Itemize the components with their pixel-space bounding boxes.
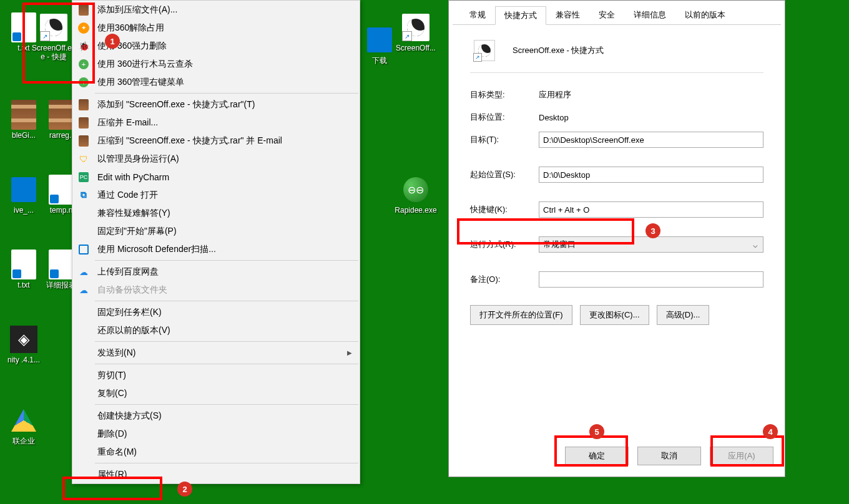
shortcut-key-input[interactable] bbox=[539, 201, 763, 218]
menu-item-label: 压缩到 "ScreenOff.exe - 快捷方式.rar" 并 E-mail bbox=[97, 135, 282, 147]
menu-item-label: 通过 Code 打开 bbox=[97, 190, 158, 201]
rar-icon bbox=[77, 99, 90, 111]
menu-item-22[interactable]: 发送到(N)▶ bbox=[72, 344, 360, 362]
menu-item-label: 使用 360强力删除 bbox=[97, 41, 167, 52]
menu-item-label: 自动备份该文件夹 bbox=[97, 284, 167, 296]
menu-item-12[interactable]: 兼容性疑难解答(Y) bbox=[72, 204, 360, 222]
rar-icon bbox=[77, 135, 90, 147]
desktop-icon-screenoff[interactable]: ScreenOff.exe - 快捷 bbox=[30, 12, 77, 62]
360-icon: ✦ bbox=[77, 22, 90, 34]
green-plus-icon: + bbox=[77, 76, 90, 89]
icon-label: nity .4.1... bbox=[7, 356, 40, 364]
advanced-button[interactable]: 高级(D)... bbox=[657, 305, 710, 325]
menu-item-label: 使用 Microsoft Defender扫描... bbox=[97, 244, 216, 255]
defender-icon bbox=[77, 243, 90, 256]
target-loc-label: 目标位置: bbox=[470, 112, 532, 123]
tab-2[interactable]: 兼容性 bbox=[546, 6, 589, 24]
menu-item-25[interactable]: 复制(C) bbox=[72, 384, 360, 402]
comment-label: 备注(O): bbox=[470, 274, 532, 285]
menu-item-14[interactable]: 使用 Microsoft Defender扫描... bbox=[72, 240, 360, 258]
vscode-icon: ⧉ bbox=[77, 189, 90, 201]
menu-item-24[interactable]: 剪切(T) bbox=[72, 366, 360, 384]
run-select[interactable]: 常规窗口 bbox=[539, 236, 763, 253]
menu-item-19[interactable]: 固定到任务栏(K) bbox=[72, 303, 360, 321]
tab-3[interactable]: 安全 bbox=[589, 6, 624, 24]
submenu-arrow-icon: ▶ bbox=[347, 349, 352, 356]
menu-item-label: 发送到(N) bbox=[97, 347, 135, 359]
target-type-label: 目标类型: bbox=[470, 89, 532, 100]
target-type-value: 应用程序 bbox=[539, 89, 763, 100]
icon-label: rarreg.l bbox=[49, 131, 73, 140]
menu-item-label: 属性(R) bbox=[97, 469, 127, 480]
target-label: 目标(T): bbox=[470, 134, 532, 145]
menu-item-label: 固定到"开始"屏幕(P) bbox=[97, 226, 177, 237]
menu-item-label: 兼容性疑难解答(Y) bbox=[97, 208, 170, 219]
desktop-icon-gdrive[interactable]: 联企业 bbox=[0, 405, 47, 445]
icon-label: temp.n bbox=[50, 206, 73, 215]
desktop-icon-screenoff2[interactable]: ScreenOff... bbox=[392, 12, 439, 52]
icon-label: bleGi... bbox=[12, 131, 36, 140]
context-menu: 添加到压缩文件(A)...✦使用360解除占用🐞使用 360强力删除+使用 36… bbox=[72, 0, 360, 484]
tab-4[interactable]: 详细信息 bbox=[624, 6, 675, 24]
shield-icon: 🛡 bbox=[77, 153, 90, 165]
ok-button[interactable]: 确定 bbox=[565, 447, 629, 465]
green-plus-icon: + bbox=[77, 58, 90, 70]
menu-item-label: 使用360解除占用 bbox=[97, 22, 164, 34]
menu-item-8[interactable]: 压缩到 "ScreenOff.exe - 快捷方式.rar" 并 E-mail bbox=[72, 132, 360, 150]
menu-item-label: 使用 360管理右键菜单 bbox=[97, 77, 184, 88]
tab-5[interactable]: 以前的版本 bbox=[675, 6, 735, 24]
desktop-icon-unity[interactable]: ◈nity .4.1... bbox=[0, 324, 47, 364]
menu-item-label: 压缩并 E-mail... bbox=[97, 117, 158, 128]
comment-input[interactable] bbox=[539, 271, 763, 288]
tab-1[interactable]: 快捷方式 bbox=[495, 6, 546, 25]
menu-item-label: 添加到压缩文件(A)... bbox=[97, 4, 177, 16]
menu-item-16[interactable]: ☁上传到百度网盘 bbox=[72, 263, 360, 281]
menu-item-7[interactable]: 压缩并 E-mail... bbox=[72, 114, 360, 132]
menu-item-1[interactable]: ✦使用360解除占用 bbox=[72, 19, 360, 37]
menu-item-31[interactable]: 属性(R) bbox=[72, 465, 360, 483]
change-icon-button[interactable]: 更改图标(C)... bbox=[580, 305, 649, 325]
open-location-button[interactable]: 打开文件所在的位置(F) bbox=[470, 305, 572, 325]
cloud-icon: ☁ bbox=[77, 284, 90, 296]
menu-item-label: 删除(D) bbox=[97, 429, 127, 440]
menu-item-0[interactable]: 添加到压缩文件(A)... bbox=[72, 1, 360, 19]
menu-item-label: 重命名(M) bbox=[97, 447, 137, 458]
menu-item-label: 使用 360进行木马云查杀 bbox=[97, 59, 193, 70]
menu-item-10[interactable]: PCEdit with PyCharm bbox=[72, 168, 360, 186]
menu-item-label: 上传到百度网盘 bbox=[97, 266, 159, 278]
apply-button[interactable]: 应用(A) bbox=[710, 447, 773, 465]
menu-item-label: 固定到任务栏(K) bbox=[97, 307, 162, 318]
icon-label: t.txt bbox=[17, 44, 29, 52]
bug-icon: 🐞 bbox=[77, 40, 90, 52]
tab-0[interactable]: 常规 bbox=[460, 6, 495, 24]
shortcut-icon bbox=[474, 40, 495, 61]
icon-label: ScreenOff.exe - 快捷 bbox=[30, 44, 77, 62]
icon-label: 下载 bbox=[372, 56, 387, 65]
startin-input[interactable] bbox=[539, 167, 763, 183]
icon-label: Rapidee.exe bbox=[395, 206, 436, 215]
menu-item-4[interactable]: +使用 360管理右键菜单 bbox=[72, 73, 360, 91]
menu-item-label: 添加到 "ScreenOff.exe - 快捷方式.rar"(T) bbox=[97, 99, 255, 110]
properties-title: ScreenOff.exe - 快捷方式 bbox=[513, 45, 604, 56]
menu-item-9[interactable]: 🛡以管理员身份运行(A) bbox=[72, 150, 360, 168]
target-loc-value: Desktop bbox=[539, 113, 763, 122]
icon-label: 联企业 bbox=[12, 437, 35, 445]
menu-item-label: 剪切(T) bbox=[97, 370, 126, 381]
menu-item-2[interactable]: 🐞使用 360强力删除 bbox=[72, 37, 360, 55]
menu-item-27[interactable]: 创建快捷方式(S) bbox=[72, 407, 360, 425]
menu-item-11[interactable]: ⧉通过 Code 打开 bbox=[72, 186, 360, 204]
menu-item-29[interactable]: 重命名(M) bbox=[72, 443, 360, 461]
menu-item-13[interactable]: 固定到"开始"屏幕(P) bbox=[72, 222, 360, 240]
menu-item-label: 以管理员身份运行(A) bbox=[97, 153, 179, 165]
menu-item-28[interactable]: 删除(D) bbox=[72, 425, 360, 443]
rar-icon bbox=[77, 117, 90, 129]
target-input[interactable] bbox=[539, 132, 763, 148]
icon-label: t.txt bbox=[17, 281, 29, 289]
menu-item-label: 还原以前的版本(V) bbox=[97, 325, 170, 336]
menu-item-3[interactable]: +使用 360进行木马云查杀 bbox=[72, 55, 360, 73]
cancel-button[interactable]: 取消 bbox=[637, 447, 701, 465]
menu-item-20[interactable]: 还原以前的版本(V) bbox=[72, 321, 360, 339]
menu-item-6[interactable]: 添加到 "ScreenOff.exe - 快捷方式.rar"(T) bbox=[72, 95, 360, 114]
menu-item-label: 创建快捷方式(S) bbox=[97, 410, 162, 422]
desktop-icon-rapidee[interactable]: ⊖⊖Rapidee.exe bbox=[392, 175, 439, 215]
